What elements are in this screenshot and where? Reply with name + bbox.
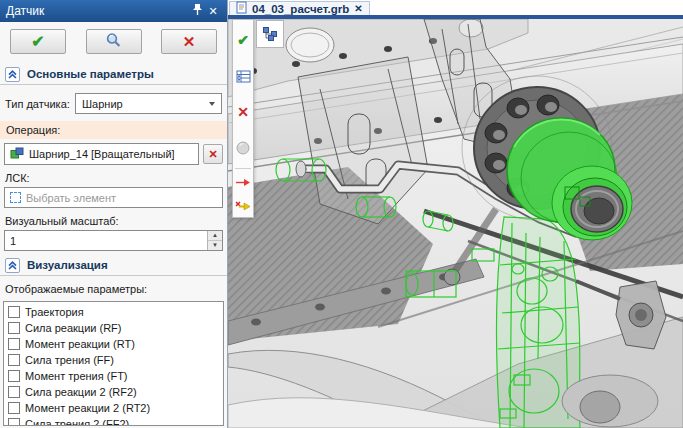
collapse-icon[interactable] [5,258,20,273]
checkbox[interactable] [8,306,20,318]
tab-title: 04_03_расчет.grb [252,3,349,15]
param-label: Сила реакции (RF) [25,322,121,334]
viewport-cancel-button[interactable]: ✕ [233,94,253,130]
x-axis-button[interactable] [233,171,253,193]
visual-scale-value: 1 [5,231,207,250]
sphere-icon [236,141,250,155]
operation-label: Операция: [0,121,227,139]
displayed-params-list: Траектория Сила реакции (RF) Момент реак… [3,301,224,426]
ok-icon: ✔ [31,32,44,51]
tab-close-icon[interactable]: ✕ [354,4,362,14]
tab-bar: 04_03_расчет.grb ✕ [228,0,683,19]
checkbox[interactable] [8,338,20,350]
lcs-select-field[interactable]: Выбрать элемент [4,187,223,208]
sensor-type-value: Шарнир [82,98,209,110]
panel-titlebar: Датчик ✕ [0,0,227,22]
section-main-parameters: Основные параметры [0,64,227,85]
select-element-icon [10,192,21,203]
operation-field[interactable]: Шарнир_14 [Вращательный] [4,143,199,165]
preview-button[interactable] [86,29,142,54]
cancel-icon: ✕ [183,33,196,51]
viewport-toolbar: ✔ ✕ [232,19,254,218]
structure-button[interactable] [256,20,284,48]
section-visualization: Визуализация [0,255,227,276]
param-item-rt[interactable]: Момент реакции (RT) [4,336,223,352]
3d-viewport[interactable]: ✔ ✕ [228,19,683,428]
operation-value: Шарнир_14 [Вращательный] [29,148,175,160]
toolbar-separator [235,168,251,169]
operation-row: Шарнир_14 [Вращательный] ✕ [4,143,223,165]
table-icon [236,70,251,83]
apply-icon: ✔ [237,32,249,48]
sensor-panel: Датчик ✕ ✔ ✕ Основные параметры [0,0,228,428]
axis-select-button[interactable] [233,193,253,215]
document-tab[interactable]: 04_03_расчет.grb ✕ [229,1,370,15]
table-button[interactable] [233,58,253,94]
lcs-label: ЛСК: [5,172,222,184]
section-title: Визуализация [27,259,108,271]
visual-scale-label: Визуальный масштаб: [5,215,222,227]
3d-scene [228,19,683,428]
remove-operation-button[interactable]: ✕ [203,144,223,164]
param-item-trajectory[interactable]: Траектория [4,304,223,320]
param-item-rt2[interactable]: Момент реакции 2 (RT2) [4,400,223,416]
sensor-type-row: Тип датчика: Шарнир [5,93,222,114]
spinner: ▲ ▼ [207,231,222,250]
panel-title: Датчик [6,4,189,18]
param-item-ff2[interactable]: Сила трения 2 (FF2) [4,416,223,426]
checkbox[interactable] [8,386,20,398]
param-label: Сила трения 2 (FF2) [25,418,129,426]
param-label: Траектория [25,306,84,318]
checkbox[interactable] [8,402,20,414]
dropdown-icon [209,102,215,106]
panel-button-row: ✔ ✕ [0,22,227,60]
param-item-rf[interactable]: Сила реакции (RF) [4,320,223,336]
collapse-icon[interactable] [5,67,20,82]
checkbox[interactable] [8,322,20,334]
operation-icon [10,147,24,161]
section-title: Основные параметры [27,68,154,80]
work-area: 04_03_расчет.grb ✕ [228,0,683,428]
displayed-params-label: Отображаемые параметры: [5,283,222,295]
spin-up-button[interactable]: ▲ [208,231,222,241]
param-item-rf2[interactable]: Сила реакции 2 (RF2) [4,384,223,400]
document-icon [236,1,247,16]
ok-button[interactable]: ✔ [10,29,66,54]
param-label: Сила трения (FF) [25,354,114,366]
structure-icon [262,26,278,42]
preview-icon [105,32,122,51]
x-axis-icon [235,177,251,187]
axis-select-icon [235,198,251,210]
sensor-type-select[interactable]: Шарнир [75,93,222,114]
param-label: Момент реакции (RT) [25,338,135,350]
checkbox[interactable] [8,354,20,366]
param-item-ft[interactable]: Момент трения (FT) [4,368,223,384]
close-icon[interactable]: ✕ [205,3,221,19]
visual-scale-input[interactable]: 1 ▲ ▼ [4,230,223,251]
checkbox[interactable] [8,418,20,426]
apply-button[interactable]: ✔ [233,22,253,58]
lcs-placeholder: Выбрать элемент [26,192,116,204]
spin-down-button[interactable]: ▼ [208,241,222,250]
viewport-cancel-icon: ✕ [237,104,249,120]
preview-disabled-button [233,130,253,166]
param-label: Сила реакции 2 (RF2) [25,386,137,398]
pin-icon[interactable] [189,3,205,20]
param-item-ff[interactable]: Сила трения (FF) [4,352,223,368]
checkbox[interactable] [8,370,20,382]
application-window: Датчик ✕ ✔ ✕ Основные параметры [0,0,683,428]
param-label: Момент реакции 2 (RT2) [25,402,150,414]
sensor-type-label: Тип датчика: [5,98,71,110]
cancel-button[interactable]: ✕ [161,29,217,54]
param-label: Момент трения (FT) [25,370,128,382]
